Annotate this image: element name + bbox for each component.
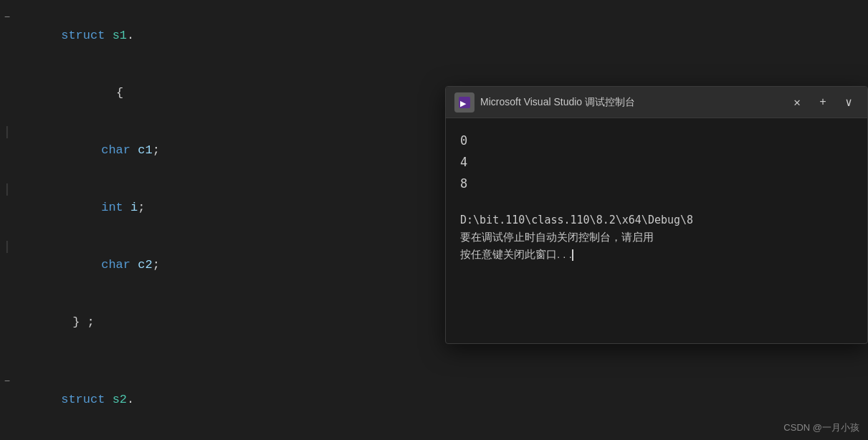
console-msg-1: 要在调试停止时自动关闭控制台，请启用 [460,229,853,246]
code-line-7 [0,351,452,371]
code-editor: − struct s1. { | char c1; | int i; | [0,0,452,440]
code-line-5: | char c2; [0,236,452,294]
fold-gutter-5: | [0,237,14,256]
output-spacer [460,194,853,206]
attribution-text: CSDN @一月小孩 [783,421,859,434]
vs-icon: ▶ [457,95,472,110]
line-content-1: struct s1. [14,8,452,64]
line-content-9: { [14,429,452,440]
console-output: 0 4 8 D:\bit.110\class.110\8.2\x64\Debug… [446,118,867,343]
output-line-3: 8 [460,173,853,194]
code-line-3: | char c1; [0,122,452,179]
fold-marker-1[interactable]: − [0,8,14,27]
fold-gutter-3: | [0,123,14,141]
code-line-6: } ; [0,294,452,351]
output-line-1: 0 [460,130,853,151]
fold-marker-8[interactable]: − [0,372,14,391]
line-content-3: char c1; [14,123,452,178]
keyword-struct: struct [61,29,112,42]
console-app-icon: ▶ [454,92,474,113]
console-msg-2: 按任意键关闭此窗口. . . [460,246,853,263]
line-content-6: } ; [14,295,452,350]
close-button[interactable]: ✕ [787,92,807,113]
code-line-9: { [0,429,452,440]
line-content-2: { [14,65,452,121]
code-line-4: | int i; [0,179,452,236]
svg-text:▶: ▶ [460,99,467,107]
code-line-8: − struct s2. [0,371,452,429]
line-content-5: char c2; [14,237,452,293]
line-content-4: int i; [14,180,452,236]
add-button[interactable]: + [813,92,833,113]
line-content-8: struct s2. [14,372,452,428]
code-line-1: − struct s1. [0,7,452,64]
console-title-text: Microsoft Visual Studio 调试控制台 [480,96,781,109]
console-window: ▶ Microsoft Visual Studio 调试控制台 ✕ + ∨ 0 … [445,86,868,344]
chevron-down-button[interactable]: ∨ [839,92,859,113]
cursor [572,249,573,261]
fold-gutter-4: | [0,180,14,199]
output-line-2: 4 [460,151,853,173]
console-titlebar: ▶ Microsoft Visual Studio 调试控制台 ✕ + ∨ [446,87,867,118]
code-line-2: { [0,64,452,122]
type-s1: s1 [113,29,127,42]
console-path: D:\bit.110\class.110\8.2\x64\Debug\8 [460,211,853,229]
